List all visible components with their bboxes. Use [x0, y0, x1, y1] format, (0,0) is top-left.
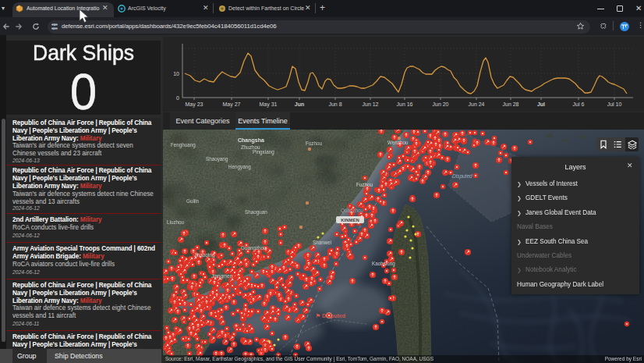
svg-text:Wenzhou: Wenzhou [387, 140, 409, 145]
svg-text:Disputed: Disputed [452, 173, 472, 180]
svg-text:Jul 10: Jul 10 [607, 101, 622, 107]
svg-text:Quanzhou: Quanzhou [341, 208, 364, 214]
svg-text:Shaoyang: Shaoyang [206, 156, 228, 162]
svg-text:Hengyang: Hengyang [228, 164, 251, 170]
svg-text:Changsha: Changsha [238, 137, 264, 144]
svg-text:Pingxiang: Pingxiang [253, 149, 274, 155]
svg-text:May 31: May 31 [260, 101, 278, 108]
svg-text:Jun 20: Jun 20 [432, 101, 448, 107]
svg-text:Shaoguan: Shaoguan [245, 209, 267, 215]
svg-text:May 27: May 27 [223, 101, 241, 108]
svg-text:Jun 24: Jun 24 [468, 101, 484, 107]
svg-text:Liuzhou: Liuzhou [167, 219, 185, 225]
svg-text:0: 0 [176, 95, 179, 101]
svg-text:Jul 6: Jul 6 [573, 101, 585, 107]
svg-text:Jun 16: Jun 16 [396, 101, 412, 107]
svg-text:Guangzhou: Guangzhou [241, 245, 267, 251]
svg-text:Jun: Jun [295, 101, 304, 107]
svg-text:May 23: May 23 [186, 101, 203, 108]
svg-text:KINMEN: KINMEN [341, 218, 359, 222]
svg-text:Fenghuang: Fenghuang [171, 142, 196, 148]
svg-text:Kaohsiung: Kaohsiung [372, 261, 395, 267]
svg-text:10: 10 [173, 71, 179, 77]
svg-text:Fuzhou: Fuzhou [306, 141, 323, 146]
svg-text:Jiangmen: Jiangmen [211, 273, 233, 279]
svg-text:Jul: Jul [537, 101, 545, 107]
svg-text:Guilin: Guilin [186, 198, 200, 204]
svg-text:Jun 28: Jun 28 [502, 101, 518, 107]
svg-text:Fuzhou: Fuzhou [356, 182, 373, 187]
svg-text:Jun 8: Jun 8 [328, 101, 341, 107]
svg-text:Zhaoqing: Zhaoqing [194, 252, 215, 258]
svg-text:Shanwei: Shanwei [313, 240, 331, 245]
svg-text:Jun 12: Jun 12 [362, 101, 378, 107]
